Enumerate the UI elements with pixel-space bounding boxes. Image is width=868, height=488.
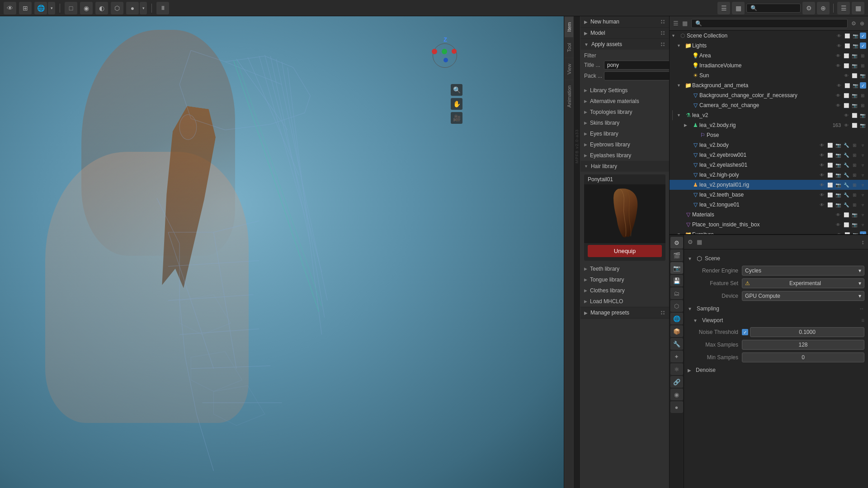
grid-icon[interactable]: ⊞ [859,92,866,99]
screen-icon[interactable]: ⬜ [826,171,834,178]
tab-tool[interactable]: Tool [565,37,573,57]
scene-section-header[interactable]: ▼ ⬡ Scene [688,253,864,264]
tab-world[interactable]: 🌐 [670,313,683,324]
props-mode-icon[interactable]: ▦ [852,2,864,14]
tab-data[interactable]: ◉ [670,389,683,400]
visibility-icon[interactable]: 👁 [818,141,826,149]
material-shading[interactable]: ◐ [95,2,108,14]
tab-scene2[interactable]: ⬡ [670,300,683,312]
section-manage-presets-header[interactable]: ▶ Manage presets [580,307,669,318]
visibility-icon[interactable]: 👁 [818,161,826,169]
tree-bg-meta[interactable]: ▼ 📁 Background_and_meta 👁 ⬜ 📷 ✓ [670,80,868,90]
display-mode-icon[interactable]: ▦ [732,2,745,14]
render-icon[interactable]: 📷 [835,201,842,208]
render-icon[interactable]: 📷 [835,191,842,198]
subitem-teeth-library[interactable]: ▶ Teeth library [580,263,669,274]
new-human-options[interactable] [660,19,665,24]
render-engine-dropdown[interactable]: Cycles ▾ [742,266,864,276]
shield-icon[interactable]: ▿ [859,171,866,178]
check-icon[interactable]: ✓ [860,231,866,235]
outliner-top-search[interactable] [746,4,801,13]
grid-icon[interactable]: ⊞ [851,171,858,178]
grid-icon[interactable]: ⊞ [859,62,866,69]
visibility-icon[interactable]: 👁 [835,92,842,99]
screen-icon[interactable]: ⬜ [844,32,851,39]
screen-icon[interactable]: ⬜ [844,231,851,235]
visibility-icon[interactable]: 👁 [843,72,850,79]
screen-icon[interactable]: ⬜ [844,42,851,49]
tab-render[interactable]: 📷 [670,262,683,274]
screen-icon[interactable]: ⬜ [844,82,851,89]
render-icon[interactable]: 📷 [835,181,842,188]
visibility-icon[interactable]: 👁 [835,102,842,109]
tree-lea-v2[interactable]: ▼ ⚗ lea_v2 👁 ⬜ 📷 [670,110,868,120]
shield-icon[interactable]: ▿ [859,211,866,218]
outliner-type-icon[interactable]: ☰ [717,2,730,14]
sampling-expand-icon[interactable]: ↔ [859,305,864,312]
tab-view[interactable]: View [565,58,573,80]
viewport-icon[interactable]: 👁 [4,2,16,14]
noise-threshold-checkbox[interactable]: ✓ [742,329,748,335]
tab-material[interactable]: ● [670,401,683,413]
render-icon[interactable]: 📷 [835,171,842,178]
solid-shading[interactable]: □ [65,2,77,14]
visibility-icon[interactable]: 👁 [818,191,826,198]
tab-view-layer[interactable]: 🗂 [670,287,683,299]
visibility-icon[interactable]: 👁 [818,181,826,188]
add-filter-icon[interactable]: ⊕ [817,2,830,14]
render-icon[interactable]: 📷 [852,32,859,39]
render-icon[interactable]: 📷 [851,221,858,228]
feature-set-dropdown[interactable]: ⚠ Experimental ▾ [742,278,864,288]
shading-options-dropdown[interactable]: ▾ [140,2,147,14]
max-samples-value[interactable]: 128 [742,340,864,350]
tree-lea-body[interactable]: ▽ lea_v2.body 👁 ⬜ 📷 🔧 ⊞ ▿ [670,140,868,150]
props-type-icon[interactable]: ☰ [837,2,850,14]
screen-icon[interactable]: ⬜ [843,102,850,109]
tab-physics[interactable]: ⚛ [670,363,683,375]
expand-icon[interactable]: ▼ [671,33,679,38]
screen-icon[interactable]: ⬜ [851,112,858,119]
filter-icon[interactable]: ⚙ [802,2,815,14]
visibility-icon[interactable]: 👁 [843,112,850,119]
check-icon[interactable]: ✓ [860,42,866,49]
viewport-shading-icon[interactable]: 🌐 [34,2,47,14]
render-icon[interactable]: 📷 [835,161,842,169]
screen-icon[interactable]: ⬜ [843,62,850,69]
section-model-header[interactable]: ▶ Model [580,28,669,38]
tree-place-toon[interactable]: ▽ Place_toon_inside_this_box 👁 ⬜ 📷 ▿ [670,220,868,230]
grid-icon[interactable]: ⊞ [859,102,866,109]
viewport-section-header[interactable]: ▼ Viewport ≡ [688,315,864,325]
visibility-icon[interactable]: 👁 [818,171,826,178]
tab-output[interactable]: 💾 [670,275,683,286]
expand-icon[interactable]: ▼ [677,83,684,88]
expand-collapse-icon[interactable]: ↕ [862,239,865,245]
tree-materials[interactable]: ▽ Materials 👁 ⬜ 📷 ▿ [670,210,868,220]
tools-icon[interactable]: 🔧 [843,201,850,208]
tools-icon[interactable]: 🔧 [843,141,850,149]
outliner-search[interactable] [691,19,848,28]
tree-bg-color[interactable]: ▽ Background_change_color_if_necessary 👁… [670,90,868,100]
denoise-section-header[interactable]: ▶ Denoise [688,365,864,375]
render-icon[interactable]: 📷 [851,211,858,218]
tree-sun[interactable]: ☀ Sun 👁 ⬜ 📷 [670,70,868,80]
section-new-human-header[interactable]: ▶ New human [580,16,669,27]
grid-icon[interactable]: ⊞ [851,191,858,198]
subitem-eyelashes-library[interactable]: ▶ Eyelashes library [580,150,669,161]
tab-object[interactable]: 📦 [670,325,683,337]
tab-constraints[interactable]: 🔗 [670,376,683,388]
tree-camera[interactable]: ▽ Camera_do_not_change 👁 ⬜ 📷 ⊞ [670,100,868,110]
screen-icon[interactable]: ⬜ [826,151,834,159]
visibility-icon[interactable]: 👁 [835,211,842,218]
tab-active-tool[interactable]: ⚙ [670,237,683,249]
tree-high-poly[interactable]: ▽ lea_v2.high-poly 👁 ⬜ 📷 🔧 ⊞ ▿ [670,170,868,180]
visibility-icon[interactable]: 👁 [835,52,842,59]
noise-threshold-value[interactable]: 0.1000 [750,327,864,337]
visibility-icon[interactable]: 👁 [835,82,843,89]
render-icon[interactable]: 📷 [852,82,859,89]
subitem-clothes-library[interactable]: ▶ Clothes library [580,285,669,296]
unequip-button[interactable]: Unequip [588,245,662,257]
screen-icon[interactable]: ⬜ [851,122,858,129]
visibility-icon[interactable]: 👁 [835,62,842,69]
screen-icon[interactable]: ⬜ [826,141,834,149]
list-icon[interactable]: ≡ [861,317,864,324]
